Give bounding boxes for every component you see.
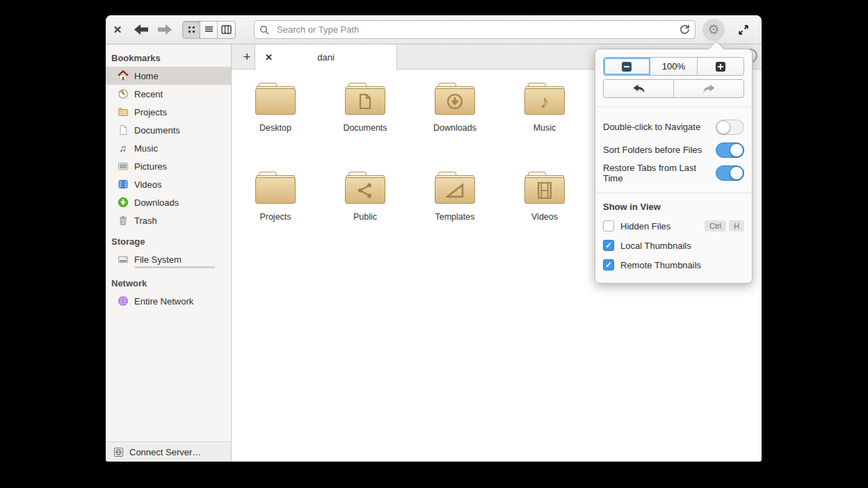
path-search-field[interactable] bbox=[254, 20, 696, 39]
restore-tabs-toggle[interactable] bbox=[716, 165, 744, 181]
home-icon bbox=[117, 70, 129, 82]
zoom-level-button[interactable]: 100% bbox=[650, 58, 697, 75]
sidebar-item-label: Downloads bbox=[134, 197, 179, 208]
zoom-in-icon bbox=[716, 62, 725, 72]
folder-icon bbox=[255, 83, 296, 115]
remote-thumbnails-checkbox[interactable]: ✓ bbox=[603, 259, 614, 270]
window-close-button[interactable]: ✕ bbox=[106, 24, 129, 36]
option-restore-tabs[interactable]: Restore Tabs from Last Time bbox=[603, 161, 744, 184]
folder-tile-desktop[interactable]: Desktop bbox=[239, 83, 312, 133]
settings-menu-button[interactable]: ⚙ bbox=[702, 19, 725, 41]
forward-button[interactable] bbox=[153, 20, 177, 40]
sidebar-item-home[interactable]: Home bbox=[106, 67, 231, 85]
option-hidden-files[interactable]: Hidden Files Ctrl H bbox=[603, 216, 744, 236]
grid-view-button[interactable] bbox=[183, 22, 200, 38]
folder-tile-videos[interactable]: Videos bbox=[508, 172, 581, 222]
folder-tile-public[interactable]: Public bbox=[329, 172, 401, 222]
show-in-view-title: Show in View bbox=[603, 202, 744, 212]
folder-tile-downloads[interactable]: Downloads bbox=[419, 83, 491, 133]
folder-label: Downloads bbox=[419, 123, 491, 133]
option-remote-thumbnails[interactable]: ✓ Remote Thumbnails bbox=[603, 255, 744, 275]
toggle-knob bbox=[730, 143, 744, 157]
back-arrow-icon bbox=[134, 24, 148, 35]
folder-tile-music[interactable]: ♪ Music bbox=[508, 83, 581, 133]
folder-label: Videos bbox=[508, 212, 581, 222]
sidebar-item-label: Documents bbox=[134, 125, 180, 136]
file-manager-window: ✕ bbox=[106, 15, 762, 462]
option-label: Double-click to Navigate bbox=[603, 122, 700, 132]
back-button[interactable] bbox=[129, 20, 153, 40]
undo-arrow-icon bbox=[632, 84, 645, 94]
fullscreen-button[interactable] bbox=[733, 19, 754, 40]
download-glyph-icon bbox=[446, 92, 464, 111]
option-label: Restore Tabs from Last Time bbox=[603, 163, 716, 184]
undo-button[interactable] bbox=[604, 80, 674, 97]
search-icon bbox=[255, 25, 274, 35]
redo-arrow-icon bbox=[702, 84, 716, 94]
sidebar-section-storage: Storage bbox=[106, 234, 231, 250]
folder-label: Desktop bbox=[239, 123, 312, 133]
sidebar-item-label: Music bbox=[134, 143, 158, 154]
sidebar-section-network: Network bbox=[106, 275, 231, 292]
sidebar-item-videos[interactable]: Videos bbox=[106, 175, 231, 193]
sidebar-item-recent[interactable]: Recent bbox=[106, 85, 231, 103]
option-local-thumbnails[interactable]: ✓ Local Thumbnails bbox=[603, 236, 744, 255]
option-label: Hidden Files bbox=[620, 221, 670, 231]
folder-tile-templates[interactable]: Templates bbox=[419, 172, 491, 222]
sidebar-item-music[interactable]: ♫ Music bbox=[106, 139, 231, 157]
music-note-glyph-icon: ♪ bbox=[540, 92, 549, 111]
sidebar-item-file-system[interactable]: File System bbox=[106, 250, 231, 268]
zoom-out-button[interactable] bbox=[604, 58, 650, 75]
zoom-in-button[interactable] bbox=[698, 58, 744, 75]
folder-icon bbox=[117, 106, 129, 118]
triangle-ruler-glyph-icon bbox=[446, 183, 464, 198]
sidebar: Bookmarks Home Recent Projects bbox=[106, 44, 232, 462]
sidebar-item-downloads[interactable]: Downloads bbox=[106, 193, 231, 211]
folder-icon bbox=[435, 172, 475, 204]
sort-folders-toggle[interactable] bbox=[716, 143, 744, 158]
sidebar-item-label: Projects bbox=[134, 107, 167, 117]
option-sort-folders[interactable]: Sort Folders before Files bbox=[603, 138, 744, 161]
search-input[interactable] bbox=[274, 24, 674, 35]
sidebar-item-trash[interactable]: Trash bbox=[106, 211, 231, 229]
local-thumbnails-checkbox[interactable]: ✓ bbox=[603, 240, 614, 251]
option-label: Local Thumbnails bbox=[620, 241, 691, 251]
folder-icon: ♪ bbox=[524, 83, 565, 115]
view-switcher bbox=[182, 21, 236, 39]
redo-button[interactable] bbox=[674, 80, 744, 97]
forward-arrow-icon bbox=[158, 24, 172, 35]
tab-dani[interactable]: ✕ dani bbox=[255, 44, 397, 70]
tab-close-icon[interactable]: ✕ bbox=[265, 52, 273, 63]
refresh-icon bbox=[680, 24, 690, 35]
expand-icon bbox=[738, 24, 749, 35]
double-click-toggle[interactable] bbox=[716, 120, 744, 135]
sidebar-item-entire-network[interactable]: Entire Network bbox=[106, 292, 231, 310]
sidebar-item-label: Home bbox=[134, 71, 159, 81]
folder-icon bbox=[345, 172, 385, 204]
refresh-button[interactable] bbox=[674, 24, 695, 35]
list-view-button[interactable] bbox=[200, 22, 218, 38]
hidden-files-checkbox[interactable] bbox=[603, 220, 614, 231]
new-tab-button[interactable]: + bbox=[237, 47, 257, 67]
sidebar-item-projects[interactable]: Projects bbox=[106, 103, 231, 121]
sidebar-item-documents[interactable]: Documents bbox=[106, 121, 231, 139]
sidebar-item-label: Entire Network bbox=[134, 296, 193, 307]
sidebar-item-label: Pictures bbox=[134, 161, 167, 172]
folder-tile-documents[interactable]: Documents bbox=[329, 83, 401, 133]
folder-label: Templates bbox=[419, 212, 491, 222]
sidebar-item-pictures[interactable]: Pictures bbox=[106, 157, 231, 175]
connect-server-icon bbox=[113, 446, 124, 458]
folder-icon bbox=[524, 172, 565, 204]
share-glyph-icon bbox=[357, 182, 373, 199]
folder-icon bbox=[255, 172, 296, 204]
column-view-button[interactable] bbox=[218, 22, 235, 38]
folder-tile-projects[interactable]: Projects bbox=[239, 172, 312, 222]
videos-icon bbox=[117, 179, 129, 190]
film-strip-glyph-icon bbox=[537, 181, 552, 200]
option-label: Remote Thumbnails bbox=[620, 260, 701, 270]
sidebar-section-bookmarks: Bookmarks bbox=[106, 50, 231, 67]
kbd-ctrl: Ctrl bbox=[705, 220, 726, 231]
grid-view-icon bbox=[187, 25, 196, 34]
connect-server-button[interactable]: Connect Server… bbox=[106, 441, 231, 462]
option-double-click[interactable]: Double-click to Navigate bbox=[603, 115, 744, 138]
